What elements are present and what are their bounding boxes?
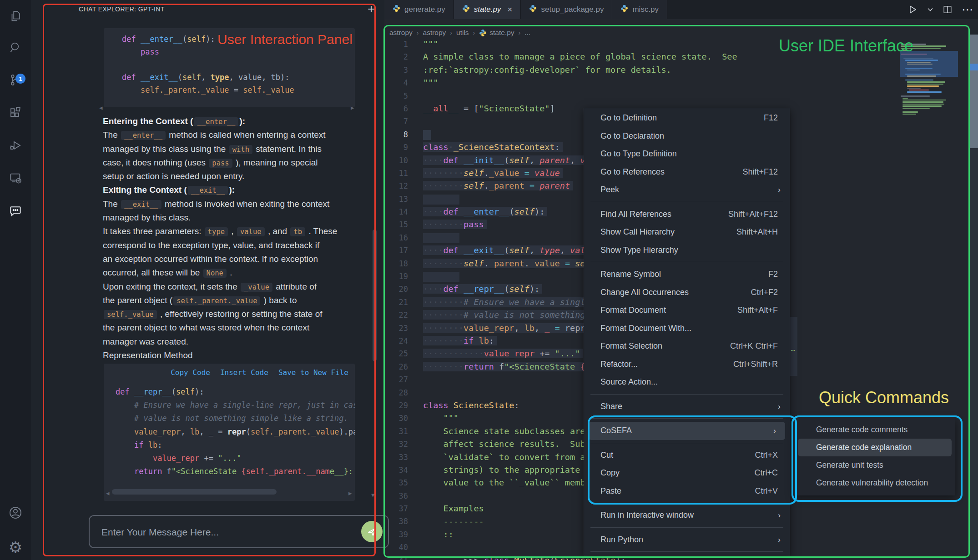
scrollbar-thumb[interactable] — [970, 35, 978, 148]
extensions-icon[interactable] — [0, 100, 31, 125]
menu-item-peek[interactable]: Peek› — [584, 181, 790, 199]
minimap-viewport — [900, 51, 958, 77]
chat-panel-title: CHAT EXPLORER: GPT-INT — [79, 5, 165, 13]
new-chat-icon[interactable]: + — [368, 2, 375, 16]
menu-item-find-all-references[interactable]: Find All ReferencesShift+Alt+F12 — [584, 205, 790, 224]
scroll-right-icon[interactable]: ▸ — [351, 104, 354, 112]
shortcut: F2 — [768, 265, 778, 284]
menu-item-go-to-references[interactable]: Go to ReferencesShift+F12 — [584, 163, 790, 181]
minimap-line — [901, 95, 930, 96]
chat-text-line: The __exit__ method is invoked when exit… — [103, 197, 376, 211]
submenu-item-generate-unit-tests[interactable]: Generate unit tests — [798, 456, 952, 474]
minimap-line — [902, 111, 918, 112]
breadcrumb: astropy›astropy›utils›state.py›... — [389, 26, 530, 39]
menu-item-refactor[interactable]: Refactor...Ctrl+Shift+R — [584, 355, 790, 374]
shortcut: Ctrl+C — [754, 464, 778, 482]
menu-item-go-to-declaration[interactable]: Go to Declaration — [584, 127, 790, 145]
chat-icon[interactable] — [0, 198, 31, 224]
menu-item-go-to-definition[interactable]: Go to DefinitionF12 — [584, 109, 790, 127]
submenu-item-generate-vulnerability-detection[interactable]: Generate vulnerability detection — [798, 474, 952, 492]
menu-separator — [590, 202, 783, 202]
menu-item-source-action[interactable]: Source Action... — [584, 373, 790, 391]
python-icon — [462, 5, 470, 15]
minimap-line — [907, 84, 943, 85]
menu-item-format-selection[interactable]: Format SelectionCtrl+K Ctrl+F — [584, 337, 790, 355]
chat-text-line: case, it does nothing (uses pass ), mean… — [103, 156, 376, 170]
menu-item-format-document[interactable]: Format DocumentShift+Alt+F — [584, 301, 790, 320]
chat-code-line: def __repr__(self): — [104, 385, 355, 399]
inline-code-chip: __exit__ — [121, 200, 161, 209]
account-icon[interactable] — [0, 500, 31, 525]
search-icon[interactable] — [0, 35, 31, 60]
files-icon[interactable] — [0, 4, 31, 29]
source-control-icon[interactable]: 1 — [0, 67, 31, 93]
chat-code-line — [104, 58, 355, 71]
menu-item-go-to-type-definition[interactable]: Go to Type Definition — [584, 145, 790, 163]
submenu-chevron-icon: › — [773, 422, 776, 440]
breadcrumb-item[interactable]: astropy — [389, 29, 413, 37]
submenu-item-generate-code-comments[interactable]: Generate code comments — [798, 421, 952, 439]
run-debug-icon[interactable] — [0, 133, 31, 158]
tab-misc.py[interactable]: misc.py — [612, 0, 667, 19]
scroll-right-icon[interactable]: ▸ — [348, 489, 352, 497]
menu-item-format-document-with[interactable]: Format Document With... — [584, 320, 790, 338]
scroll-down-icon[interactable]: ▾ — [371, 491, 375, 499]
shortcut: Ctrl+X — [755, 446, 778, 465]
chat-code-line: value_repr, lb, _ = repr(self._parent._v… — [104, 425, 355, 439]
menu-item-run-in-interactive-window[interactable]: Run in Interactive window› — [584, 506, 790, 525]
close-tab-icon[interactable]: × — [507, 5, 512, 15]
scroll-left-icon[interactable]: ◂ — [106, 489, 110, 497]
breadcrumb-item[interactable]: ... — [524, 29, 530, 37]
python-icon — [529, 5, 537, 15]
tab-state.py[interactable]: state.py× — [454, 0, 521, 19]
minimap-line — [907, 85, 939, 86]
more-actions-icon[interactable]: ⋯ — [962, 3, 973, 17]
message-input[interactable] — [101, 516, 339, 548]
breadcrumb-item[interactable]: astropy — [423, 29, 446, 37]
horizontal-scrollbar[interactable] — [112, 489, 277, 495]
chat-text-line: It takes three parameters: type , value … — [103, 225, 376, 238]
submenu-item-generate-code-explanation[interactable]: Generate code explanation — [798, 439, 952, 456]
menu-item-show-call-hierarchy[interactable]: Show Call HierarchyShift+Alt+H — [584, 223, 790, 241]
scroll-left-icon[interactable]: ◂ — [99, 104, 103, 112]
editor-scrollbar[interactable] — [970, 35, 978, 560]
menu-item-cut[interactable]: CutCtrl+X — [584, 446, 790, 465]
tab-generate.py[interactable]: generate.py — [384, 0, 454, 19]
menu-separator — [590, 551, 783, 552]
menu-item-change-all-occurrences[interactable]: Change All OccurrencesCtrl+F2 — [584, 284, 790, 302]
shortcut: Shift+Alt+F — [737, 301, 778, 320]
insert-code-link[interactable]: Insert Code — [220, 368, 268, 377]
run-dropdown-chevron-icon[interactable] — [927, 6, 933, 13]
run-python-file-icon[interactable] — [907, 4, 918, 15]
tab-setup_package.py[interactable]: setup_package.py — [521, 0, 612, 19]
shortcut: Shift+Alt+H — [736, 223, 778, 241]
menu-item-show-type-hierarchy[interactable]: Show Type Hierarchy — [584, 241, 790, 260]
submenu-chevron-icon: › — [778, 181, 781, 199]
minimap-line — [902, 105, 942, 106]
inline-code-chip: tb — [290, 227, 305, 236]
chat-vertical-scrollbar[interactable] — [373, 230, 377, 361]
shortcut: Shift+F12 — [742, 163, 778, 181]
breadcrumb-item[interactable]: state.py — [489, 29, 514, 37]
send-button[interactable] — [361, 521, 383, 542]
breadcrumb-item[interactable]: utils — [456, 29, 469, 37]
menu-item-copy[interactable]: CopyCtrl+C — [584, 464, 790, 482]
menu-separator — [590, 443, 783, 443]
minimap-line — [902, 100, 946, 100]
gear-glyph: ⚙ — [9, 538, 22, 556]
save-to-new-file-link[interactable]: Save to New File — [278, 368, 348, 377]
menu-item-cosefa[interactable]: CoSEFA› — [589, 422, 785, 440]
split-editor-icon[interactable] — [943, 5, 953, 15]
settings-gear-icon[interactable]: ⚙ — [0, 535, 31, 560]
menu-item-paste[interactable]: PasteCtrl+V — [584, 482, 790, 500]
chat-text-line: Exiting the Context (__exit__): — [103, 183, 376, 197]
minimap-line — [901, 45, 946, 46]
menu-item-rename-symbol[interactable]: Rename SymbolF2 — [584, 265, 790, 284]
git-badge: 1 — [15, 74, 25, 84]
chat-code-line: if lb: — [104, 439, 355, 452]
menu-item-share[interactable]: Share› — [584, 398, 790, 416]
remote-explorer-icon[interactable] — [0, 165, 31, 191]
menu-item-run-python[interactable]: Run Python› — [584, 531, 790, 549]
copy-code-link[interactable]: Copy Code — [171, 368, 210, 377]
chat-text-line: self._value , effectively restoring or s… — [103, 307, 376, 321]
